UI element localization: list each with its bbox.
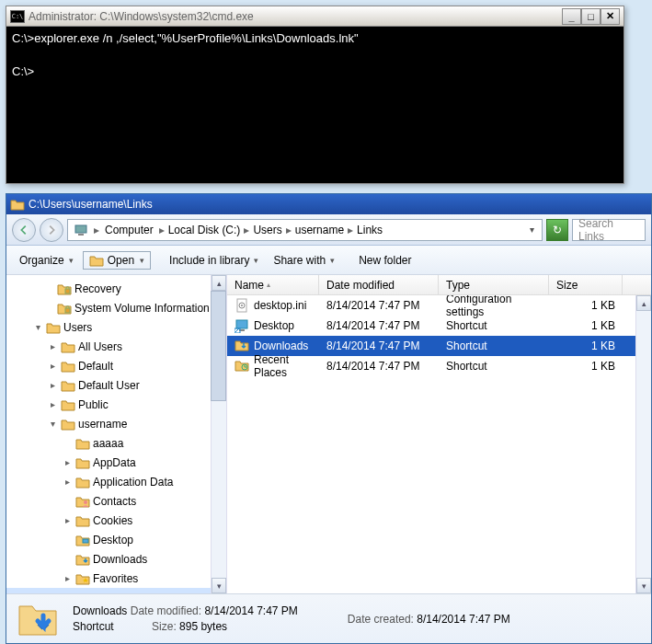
breadcrumb-seg[interactable]: Links — [357, 224, 383, 236]
open-button[interactable]: Open — [83, 251, 151, 270]
share-menu[interactable]: Share with — [268, 250, 340, 270]
tree-item[interactable]: ▾Users — [6, 317, 225, 337]
svg-rect-1 — [78, 234, 84, 236]
breadcrumb-seg[interactable]: username — [295, 224, 344, 236]
tree-item[interactable]: ▸Default User — [6, 375, 225, 395]
tree-label: Contacts — [93, 495, 136, 508]
tree-scrollbar[interactable]: ▴ ▾ — [211, 275, 226, 593]
file-icon — [234, 318, 249, 333]
expand-toggle[interactable]: ▾ — [32, 322, 43, 332]
tree-item[interactable]: ▸Favorites — [6, 569, 225, 588]
search-input[interactable]: Search Links — [572, 219, 646, 241]
folder-icon — [75, 572, 90, 585]
col-type[interactable]: Type — [439, 275, 549, 294]
nav-forward-button[interactable] — [40, 218, 63, 242]
col-date[interactable]: Date modified — [319, 275, 439, 294]
downloads-icon — [16, 597, 60, 641]
tree-label: Favorites — [93, 572, 138, 585]
cmd-output[interactable]: C:\>explorer.exe /n ,/select,"%UserProfi… — [6, 27, 623, 84]
new-folder-button[interactable]: New folder — [353, 250, 417, 270]
explorer-titlebar[interactable]: C:\Users\username\Links — [6, 194, 651, 214]
expand-toggle[interactable]: ▸ — [47, 380, 58, 390]
minimize-button[interactable]: _ — [562, 8, 581, 25]
expand-toggle[interactable]: ▸ — [62, 477, 73, 487]
organize-menu[interactable]: Organize — [14, 250, 79, 270]
maximize-button[interactable]: □ — [581, 8, 601, 25]
breadcrumb[interactable]: ▸ Computer ▸Local Disk (C:) ▸Users ▸user… — [67, 219, 543, 241]
explorer-title-text: C:\Users\username\Links — [29, 198, 153, 211]
file-row[interactable]: Desktop8/14/2014 7:47 PMShortcut1 KB — [227, 316, 651, 336]
include-library-menu[interactable]: Include in library — [164, 250, 264, 270]
scroll-up-button[interactable]: ▴ — [636, 295, 651, 311]
breadcrumb-dropdown-icon[interactable]: ▾ — [526, 224, 538, 235]
folder-icon — [75, 514, 90, 527]
refresh-button[interactable]: ↻ — [546, 219, 568, 241]
file-row[interactable]: Recent Places8/14/2014 7:47 PMShortcut1 … — [227, 356, 651, 376]
address-bar-row: ▸ Computer ▸Local Disk (C:) ▸Users ▸user… — [6, 214, 651, 246]
tree-item[interactable]: Desktop — [6, 530, 225, 549]
expand-toggle[interactable]: ▸ — [62, 515, 73, 525]
file-size: 1 KB — [549, 319, 623, 332]
svg-point-4 — [84, 500, 87, 504]
column-headers[interactable]: Name▴ Date modified Type Size — [227, 275, 651, 295]
file-icon — [234, 339, 249, 353]
expand-toggle[interactable]: ▸ — [47, 361, 58, 371]
breadcrumb-seg[interactable]: Users — [253, 224, 281, 236]
tree-item[interactable]: Downloads — [6, 549, 225, 569]
scroll-up-button[interactable]: ▴ — [212, 275, 226, 291]
file-type: Shortcut — [439, 319, 549, 332]
scroll-down-button[interactable]: ▾ — [636, 578, 651, 593]
file-size: 1 KB — [549, 360, 623, 373]
tree-item[interactable]: ▸Cookies — [6, 511, 225, 530]
tree-item[interactable]: aaaaa — [6, 433, 225, 453]
cmd-window: C:\ Administrator: C:\Windows\system32\c… — [6, 6, 624, 184]
file-date: 8/14/2014 7:47 PM — [319, 339, 439, 352]
tree-item[interactable]: System Volume Information — [6, 298, 225, 317]
folder-icon — [75, 456, 90, 469]
tree-item[interactable]: ▸Default — [6, 356, 225, 375]
tree-item[interactable]: ▸Application Data — [6, 472, 225, 491]
tree-label: Default — [78, 360, 113, 373]
tree-item[interactable]: ▸All Users — [6, 337, 225, 356]
folder-icon — [57, 302, 72, 315]
scroll-down-button[interactable]: ▾ — [212, 578, 226, 593]
tree-label: Recovery — [74, 282, 121, 295]
expand-toggle[interactable]: ▾ — [47, 419, 58, 429]
breadcrumb-computer[interactable]: ▸ Computer — [72, 224, 155, 236]
tree-item[interactable]: ▸AppData — [6, 453, 225, 472]
scroll-thumb[interactable] — [211, 291, 226, 401]
tree-label: Desktop — [93, 534, 133, 546]
tree-item[interactable]: ▾username — [6, 414, 225, 433]
col-size[interactable]: Size — [549, 275, 623, 294]
folder-icon — [10, 198, 25, 211]
tree-item[interactable]: Links — [6, 588, 225, 593]
col-name[interactable]: Name▴ — [227, 275, 319, 294]
tree-item[interactable]: Contacts — [6, 491, 225, 511]
svg-rect-0 — [75, 225, 86, 233]
folder-icon — [61, 418, 75, 431]
list-scrollbar[interactable]: ▴ ▾ — [635, 295, 651, 593]
expand-toggle[interactable]: ▸ — [47, 399, 58, 409]
file-list[interactable]: desktop.ini8/14/2014 7:47 PMConfiguratio… — [227, 295, 651, 593]
folder-icon — [61, 340, 75, 353]
folder-icon — [75, 437, 90, 450]
close-button[interactable]: ✕ — [601, 8, 620, 25]
file-icon — [234, 359, 249, 374]
tree-label: Cookies — [93, 514, 132, 527]
folder-icon — [75, 495, 90, 508]
tree-label: All Users — [78, 340, 122, 353]
folder-tree[interactable]: RecoverySystem Volume Information▾Users▸… — [6, 275, 226, 593]
tree-item[interactable]: Recovery — [6, 279, 225, 298]
tree-label: Users — [63, 321, 92, 334]
file-type: Shortcut — [439, 360, 549, 373]
nav-back-button[interactable] — [12, 218, 36, 242]
expand-toggle[interactable]: ▸ — [62, 457, 73, 467]
file-type: Shortcut — [439, 339, 549, 352]
expand-toggle[interactable]: ▸ — [62, 573, 73, 583]
breadcrumb-seg[interactable]: Local Disk (C:) — [168, 224, 241, 236]
file-row[interactable]: desktop.ini8/14/2014 7:47 PMConfiguratio… — [227, 295, 651, 316]
tree-item[interactable]: ▸Public — [6, 395, 225, 414]
cmd-titlebar[interactable]: C:\ Administrator: C:\Windows\system32\c… — [6, 6, 623, 27]
expand-toggle[interactable]: ▸ — [47, 341, 58, 351]
tree-label: aaaaa — [93, 437, 123, 450]
